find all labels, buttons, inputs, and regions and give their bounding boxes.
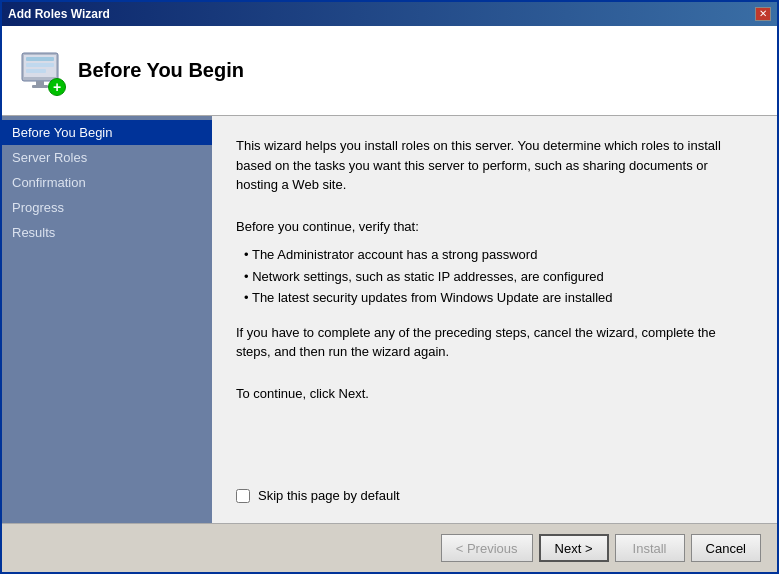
previous-button[interactable]: < Previous (441, 534, 533, 562)
notice-section: If you have to complete any of the prece… (236, 323, 753, 370)
add-badge: + (48, 78, 66, 96)
sidebar-item-progress[interactable]: Progress (2, 195, 212, 220)
header-section: + Before You Begin (2, 26, 777, 116)
close-button[interactable]: ✕ (755, 7, 771, 21)
skip-section: Skip this page by default (236, 488, 753, 503)
svg-rect-6 (32, 85, 48, 88)
main-window: Add Roles Wizard ✕ + Before You Begin (0, 0, 779, 574)
svg-rect-4 (26, 69, 46, 73)
page-title: Before You Begin (78, 59, 244, 82)
footer: < Previous Next > Install Cancel (2, 523, 777, 572)
content-area: This wizard helps you install roles on t… (212, 116, 777, 523)
next-instruction-section: To continue, click Next. (236, 384, 753, 412)
next-instruction-text: To continue, click Next. (236, 384, 753, 404)
content-spacer (236, 425, 753, 472)
bullet-item-1: The Administrator account has a strong p… (244, 244, 753, 266)
svg-rect-5 (36, 81, 44, 85)
skip-label[interactable]: Skip this page by default (258, 488, 400, 503)
intro-section: This wizard helps you install roles on t… (236, 136, 753, 203)
main-area: Before You Begin Server Roles Confirmati… (2, 116, 777, 523)
svg-rect-2 (26, 57, 54, 61)
sidebar: Before You Begin Server Roles Confirmati… (2, 116, 212, 523)
skip-checkbox[interactable] (236, 489, 250, 503)
intro-text: This wizard helps you install roles on t… (236, 136, 753, 195)
cancel-button[interactable]: Cancel (691, 534, 761, 562)
install-button[interactable]: Install (615, 534, 685, 562)
bullet-item-3: The latest security updates from Windows… (244, 287, 753, 309)
verify-section: Before you continue, verify that: The Ad… (236, 217, 753, 309)
sidebar-item-results[interactable]: Results (2, 220, 212, 245)
header-icon-container: + (18, 47, 62, 94)
sidebar-item-confirmation[interactable]: Confirmation (2, 170, 212, 195)
svg-rect-3 (26, 63, 54, 67)
bullet-item-2: Network settings, such as static IP addr… (244, 266, 753, 288)
verify-label: Before you continue, verify that: (236, 217, 753, 237)
sidebar-item-before-you-begin[interactable]: Before You Begin (2, 120, 212, 145)
sidebar-item-server-roles[interactable]: Server Roles (2, 145, 212, 170)
notice-text: If you have to complete any of the prece… (236, 323, 753, 362)
title-bar: Add Roles Wizard ✕ (2, 2, 777, 26)
bullet-list: The Administrator account has a strong p… (244, 244, 753, 309)
window-title: Add Roles Wizard (8, 7, 110, 21)
next-button[interactable]: Next > (539, 534, 609, 562)
